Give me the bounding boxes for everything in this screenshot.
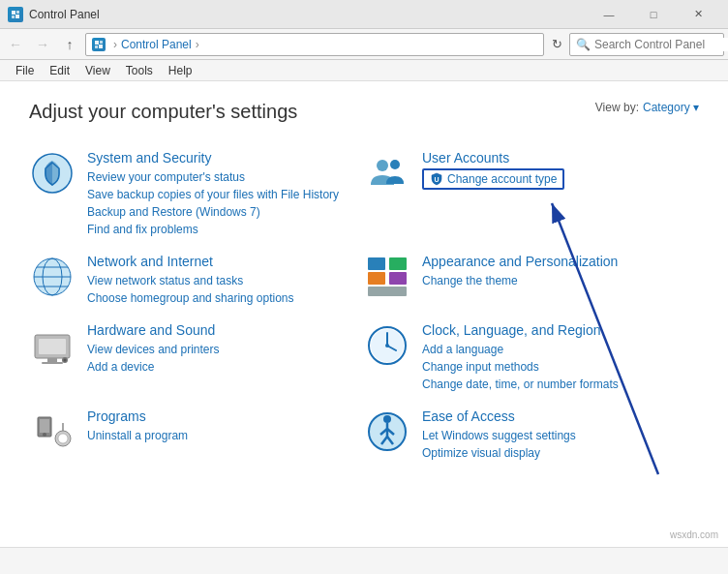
appearance-icon xyxy=(364,254,410,300)
title-bar: Control Panel — □ ✕ xyxy=(0,0,728,29)
programs-title[interactable]: Programs xyxy=(87,408,364,424)
refresh-button[interactable]: ↻ xyxy=(548,36,565,53)
svg-rect-7 xyxy=(99,45,103,48)
hardware-link-2[interactable]: Add a device xyxy=(87,358,364,376)
svg-text:U: U xyxy=(434,176,439,183)
hardware-title[interactable]: Hardware and Sound xyxy=(87,322,364,338)
network-content: Network and Internet View network status… xyxy=(87,254,364,307)
svg-rect-17 xyxy=(368,257,385,270)
maximize-button[interactable]: □ xyxy=(631,0,676,29)
up-button[interactable]: ↑ xyxy=(58,33,81,56)
category-network: Network and Internet View network status… xyxy=(29,246,364,315)
svg-rect-23 xyxy=(39,339,66,354)
svg-rect-18 xyxy=(368,272,385,285)
window-controls: — □ ✕ xyxy=(587,0,720,29)
category-clock: Clock, Language, and Region Add a langua… xyxy=(364,315,699,401)
menu-help[interactable]: Help xyxy=(161,60,200,81)
address-sep-1: › xyxy=(113,38,117,51)
svg-point-10 xyxy=(390,160,400,169)
menu-bar: File Edit View Tools Help xyxy=(0,60,728,81)
user-accounts-content: User Accounts U Change account type xyxy=(422,150,699,190)
ease-link-2[interactable]: Optimize visual display xyxy=(422,444,699,462)
appearance-link-1[interactable]: Change the theme xyxy=(422,272,699,289)
user-accounts-title[interactable]: User Accounts xyxy=(422,150,699,166)
minimize-button[interactable]: — xyxy=(587,0,631,29)
svg-rect-25 xyxy=(42,362,63,364)
svg-point-27 xyxy=(64,359,67,362)
category-system-security: System and Security Review your computer… xyxy=(29,142,364,246)
network-link-1[interactable]: View network status and tasks xyxy=(87,272,364,289)
category-hardware: Hardware and Sound View devices and prin… xyxy=(29,315,364,401)
system-security-content: System and Security Review your computer… xyxy=(87,150,364,238)
change-account-type-label: Change account type xyxy=(447,172,557,186)
category-appearance: Appearance and Personalization Change th… xyxy=(364,246,699,315)
menu-file[interactable]: File xyxy=(8,60,42,81)
svg-rect-21 xyxy=(368,287,407,296)
svg-rect-19 xyxy=(389,257,407,270)
network-link-2[interactable]: Choose homegroup and sharing options xyxy=(87,289,364,307)
svg-rect-6 xyxy=(95,45,98,48)
page-title: Adjust your computer's settings xyxy=(29,101,297,123)
nav-bar: ← → ↑ › Control Panel › ↻ 🔍 xyxy=(0,29,728,60)
hardware-content: Hardware and Sound View devices and prin… xyxy=(87,322,364,376)
programs-content: Programs Uninstall a program xyxy=(87,408,364,444)
clock-link-1[interactable]: Add a language xyxy=(422,341,699,358)
network-title[interactable]: Network and Internet xyxy=(87,254,364,269)
hardware-link-1[interactable]: View devices and printers xyxy=(87,341,364,358)
window-title: Control Panel xyxy=(29,8,587,21)
clock-title[interactable]: Clock, Language, and Region xyxy=(422,322,699,338)
system-security-link-4[interactable]: Find and fix problems xyxy=(87,221,364,238)
status-bar xyxy=(0,547,728,574)
menu-edit[interactable]: Edit xyxy=(42,60,77,81)
svg-rect-1 xyxy=(16,11,19,14)
programs-link-1[interactable]: Uninstall a program xyxy=(87,427,364,444)
network-icon xyxy=(29,254,76,300)
categories-grid: System and Security Review your computer… xyxy=(29,142,699,469)
svg-rect-4 xyxy=(95,41,99,45)
content-header: Adjust your computer's settings View by:… xyxy=(29,101,699,123)
view-by-value[interactable]: Category ▾ xyxy=(643,101,699,114)
search-box[interactable]: 🔍 xyxy=(569,33,724,56)
view-by: View by: Category ▾ xyxy=(595,101,699,114)
address-item-control-panel[interactable]: Control Panel xyxy=(121,38,192,51)
svg-rect-3 xyxy=(15,15,19,18)
user-accounts-icon xyxy=(364,150,410,196)
search-input[interactable] xyxy=(594,38,728,51)
svg-rect-0 xyxy=(12,11,15,15)
clock-link-3[interactable]: Change date, time, or number formats xyxy=(422,376,699,393)
ease-title[interactable]: Ease of Access xyxy=(422,408,699,424)
svg-point-32 xyxy=(385,344,389,347)
system-security-link-2[interactable]: Save backup copies of your files with Fi… xyxy=(87,186,364,203)
svg-point-9 xyxy=(377,160,388,171)
forward-button[interactable]: → xyxy=(31,33,54,56)
menu-view[interactable]: View xyxy=(77,60,118,81)
clock-link-2[interactable]: Change input methods xyxy=(422,358,699,376)
ease-content: Ease of Access Let Windows suggest setti… xyxy=(422,408,699,462)
system-security-link-3[interactable]: Backup and Restore (Windows 7) xyxy=(87,203,364,221)
category-programs: Programs Uninstall a program xyxy=(29,401,364,469)
ease-link-1[interactable]: Let Windows suggest settings xyxy=(422,427,699,444)
main-content: Adjust your computer's settings View by:… xyxy=(0,81,728,547)
ease-icon xyxy=(364,408,410,455)
menu-tools[interactable]: Tools xyxy=(118,60,161,81)
system-security-icon xyxy=(29,150,76,196)
hardware-icon xyxy=(29,322,76,369)
svg-rect-24 xyxy=(47,358,57,362)
clock-content: Clock, Language, and Region Add a langua… xyxy=(422,322,699,393)
appearance-title[interactable]: Appearance and Personalization xyxy=(422,254,699,269)
category-ease: Ease of Access Let Windows suggest setti… xyxy=(364,401,699,469)
back-button[interactable]: ← xyxy=(4,33,27,56)
svg-point-35 xyxy=(43,433,46,437)
watermark: wsxdn.com xyxy=(670,529,718,540)
system-security-title[interactable]: System and Security xyxy=(87,150,364,166)
programs-icon xyxy=(29,408,76,455)
system-security-link-1[interactable]: Review your computer's status xyxy=(87,168,364,186)
change-account-type-button[interactable]: U Change account type xyxy=(422,168,564,190)
address-icon xyxy=(92,38,106,51)
appearance-content: Appearance and Personalization Change th… xyxy=(422,254,699,289)
close-button[interactable]: ✕ xyxy=(676,0,720,29)
shield-badge-icon: U xyxy=(430,172,443,186)
address-bar[interactable]: › Control Panel › xyxy=(85,33,544,56)
svg-rect-20 xyxy=(389,272,407,285)
clock-icon xyxy=(364,322,410,369)
